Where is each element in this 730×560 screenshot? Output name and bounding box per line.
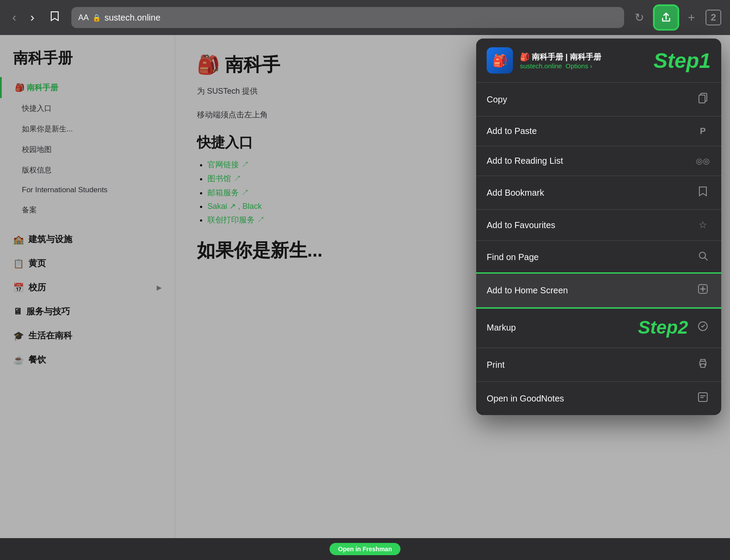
menu-item-reading-list[interactable]: Add to Reading List ◎◎ [476, 146, 721, 176]
menu-item-home-screen[interactable]: Add to Home Screen [476, 274, 721, 307]
freshman-badge[interactable]: Open in Freshman [330, 543, 401, 555]
back-button[interactable]: ‹ [9, 9, 20, 26]
tabs-button[interactable]: 2 [705, 10, 721, 25]
copy-label: Copy [487, 95, 695, 105]
forward-button[interactable]: › [27, 9, 38, 26]
bookmark-icon [695, 186, 711, 200]
goodnotes-icon [695, 391, 711, 405]
home-screen-label: Add to Home Screen [487, 285, 695, 296]
markup-icon [695, 321, 711, 335]
menu-item-paste[interactable]: Add to Paste P [476, 116, 721, 146]
add-tab-button[interactable]: + [684, 9, 698, 26]
domain-text: sustech.online [105, 13, 161, 23]
site-icon: 🎒 [487, 47, 513, 74]
menu-item-favourites[interactable]: Add to Favourites ☆ [476, 210, 721, 241]
step2-label: Step2 [638, 317, 688, 338]
step1-label: Step1 [653, 49, 711, 73]
paste-label: Add to Paste [487, 126, 695, 136]
markup-label: Markup [487, 323, 638, 333]
find-icon [695, 250, 711, 264]
bottom-bar: Open in Freshman [0, 538, 730, 560]
svg-line-3 [705, 258, 708, 261]
options-link[interactable]: Options [565, 62, 588, 70]
site-title: 🎒 南科手册 | 南科手册 [520, 52, 646, 62]
site-icon-emoji: 🎒 [492, 53, 508, 68]
print-label: Print [487, 360, 695, 370]
find-label: Find on Page [487, 252, 695, 262]
bookmark-label: Add Bookmark [487, 188, 695, 198]
lock-icon: 🔒 [92, 14, 101, 22]
share-button[interactable] [655, 6, 677, 29]
share-menu-header: 🎒 🎒 南科手册 | 南科手册 sustech.online Options ›… [476, 39, 721, 83]
site-info: 🎒 南科手册 | 南科手册 sustech.online Options › [520, 52, 646, 70]
favourites-icon: ☆ [695, 219, 711, 231]
chevron-options-icon: › [590, 62, 592, 70]
print-icon [695, 358, 711, 372]
site-domain: sustech.online Options › [520, 62, 646, 70]
share-menu: 🎒 🎒 南科手册 | 南科手册 sustech.online Options ›… [476, 39, 721, 415]
menu-item-print[interactable]: Print [476, 348, 721, 382]
reading-list-icon: ◎◎ [695, 156, 711, 166]
goodnotes-label: Open in GoodNotes [487, 394, 695, 404]
menu-item-goodnotes[interactable]: Open in GoodNotes [476, 382, 721, 415]
aa-label: AA [78, 13, 89, 22]
menu-item-find[interactable]: Find on Page [476, 241, 721, 274]
url-bar[interactable]: AA 🔒 sustech.online [71, 7, 624, 28]
home-screen-icon [695, 283, 711, 297]
bookmarks-button[interactable] [45, 8, 64, 27]
reload-button[interactable]: ↻ [631, 9, 648, 26]
menu-item-bookmark[interactable]: Add Bookmark [476, 176, 721, 210]
menu-item-copy[interactable]: Copy [476, 83, 721, 116]
domain-text: sustech.online [520, 62, 562, 70]
browser-bar: ‹ › AA 🔒 sustech.online ↻ + 2 [0, 0, 730, 35]
paste-icon: P [695, 126, 711, 136]
favourites-label: Add to Favourites [487, 220, 695, 230]
svg-rect-9 [701, 364, 705, 367]
reading-list-label: Add to Reading List [487, 156, 695, 166]
svg-rect-1 [699, 95, 705, 103]
menu-item-markup[interactable]: Markup Step2 [476, 307, 721, 348]
copy-icon [695, 92, 711, 106]
